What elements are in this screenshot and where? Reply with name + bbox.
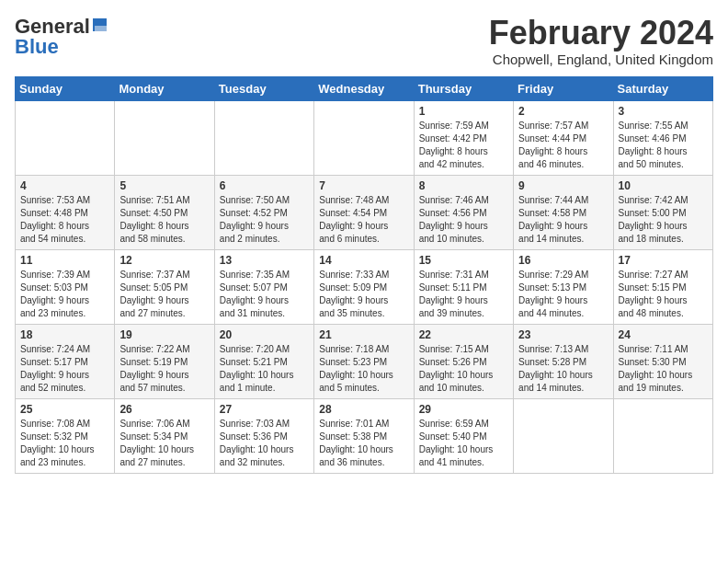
calendar-cell: 14Sunrise: 7:33 AM Sunset: 5:09 PM Dayli… [314, 249, 414, 324]
calendar-week-row: 18Sunrise: 7:24 AM Sunset: 5:17 PM Dayli… [16, 324, 713, 398]
calendar-cell: 16Sunrise: 7:29 AM Sunset: 5:13 PM Dayli… [514, 249, 613, 324]
day-number: 16 [518, 254, 608, 267]
calendar-cell: 13Sunrise: 7:35 AM Sunset: 5:07 PM Dayli… [214, 249, 313, 324]
calendar-cell: 11Sunrise: 7:39 AM Sunset: 5:03 PM Dayli… [16, 249, 115, 324]
calendar-cell [613, 398, 712, 473]
calendar-cell: 12Sunrise: 7:37 AM Sunset: 5:05 PM Dayli… [115, 249, 214, 324]
logo: General Blue [15, 15, 108, 59]
calendar-cell: 29Sunrise: 6:59 AM Sunset: 5:40 PM Dayli… [414, 398, 513, 473]
calendar-cell: 21Sunrise: 7:18 AM Sunset: 5:23 PM Dayli… [314, 324, 414, 398]
day-number: 18 [20, 328, 109, 341]
month-title: February 2024 [489, 15, 713, 52]
day-info: Sunrise: 7:37 AM Sunset: 5:05 PM Dayligh… [119, 269, 209, 320]
calendar-cell: 7Sunrise: 7:48 AM Sunset: 4:54 PM Daylig… [314, 175, 414, 249]
header-cell-saturday: Saturday [613, 76, 712, 100]
day-info: Sunrise: 7:55 AM Sunset: 4:46 PM Dayligh… [619, 120, 708, 171]
day-info: Sunrise: 7:53 AM Sunset: 4:48 PM Dayligh… [20, 194, 109, 246]
day-number: 22 [419, 328, 508, 341]
calendar-cell: 10Sunrise: 7:42 AM Sunset: 5:00 PM Dayli… [613, 175, 712, 249]
day-number: 10 [619, 179, 708, 192]
calendar-cell [314, 100, 414, 175]
day-number: 29 [419, 403, 508, 416]
day-number: 23 [518, 328, 608, 341]
calendar-body: 1Sunrise: 7:59 AM Sunset: 4:42 PM Daylig… [16, 100, 713, 473]
calendar-cell: 25Sunrise: 7:08 AM Sunset: 5:32 PM Dayli… [16, 398, 115, 473]
calendar-cell: 9Sunrise: 7:44 AM Sunset: 4:58 PM Daylig… [514, 175, 613, 249]
day-info: Sunrise: 7:20 AM Sunset: 5:21 PM Dayligh… [220, 343, 309, 395]
header-cell-wednesday: Wednesday [314, 76, 414, 100]
day-number: 20 [220, 328, 309, 341]
day-info: Sunrise: 7:39 AM Sunset: 5:03 PM Dayligh… [20, 269, 109, 320]
day-info: Sunrise: 6:59 AM Sunset: 5:40 PM Dayligh… [419, 418, 508, 469]
calendar-cell: 18Sunrise: 7:24 AM Sunset: 5:17 PM Dayli… [16, 324, 115, 398]
day-info: Sunrise: 7:44 AM Sunset: 4:58 PM Dayligh… [518, 194, 608, 246]
calendar-cell: 3Sunrise: 7:55 AM Sunset: 4:46 PM Daylig… [613, 100, 712, 175]
day-info: Sunrise: 7:27 AM Sunset: 5:15 PM Dayligh… [619, 269, 708, 320]
day-number: 5 [119, 179, 209, 192]
calendar-cell: 4Sunrise: 7:53 AM Sunset: 4:48 PM Daylig… [16, 175, 115, 249]
calendar-week-row: 4Sunrise: 7:53 AM Sunset: 4:48 PM Daylig… [16, 175, 713, 249]
calendar-cell: 2Sunrise: 7:57 AM Sunset: 4:44 PM Daylig… [514, 100, 613, 175]
svg-marker-1 [94, 26, 107, 31]
calendar-cell: 17Sunrise: 7:27 AM Sunset: 5:15 PM Dayli… [613, 249, 712, 324]
svg-marker-0 [94, 18, 107, 26]
header-cell-thursday: Thursday [414, 76, 513, 100]
day-info: Sunrise: 7:03 AM Sunset: 5:36 PM Dayligh… [220, 418, 309, 469]
day-number: 3 [619, 105, 708, 118]
calendar-cell: 6Sunrise: 7:50 AM Sunset: 4:52 PM Daylig… [214, 175, 313, 249]
day-number: 28 [319, 403, 408, 416]
day-info: Sunrise: 7:46 AM Sunset: 4:56 PM Dayligh… [419, 194, 508, 246]
header-cell-tuesday: Tuesday [214, 76, 313, 100]
calendar-week-row: 25Sunrise: 7:08 AM Sunset: 5:32 PM Dayli… [16, 398, 713, 473]
day-number: 15 [419, 254, 508, 267]
day-info: Sunrise: 7:50 AM Sunset: 4:52 PM Dayligh… [220, 194, 309, 246]
day-number: 13 [220, 254, 309, 267]
calendar-cell: 23Sunrise: 7:13 AM Sunset: 5:28 PM Dayli… [514, 324, 613, 398]
day-number: 26 [119, 403, 209, 416]
logo-flag-icon [92, 17, 108, 33]
calendar-cell [16, 100, 115, 175]
day-info: Sunrise: 7:22 AM Sunset: 5:19 PM Dayligh… [119, 343, 209, 395]
day-number: 2 [518, 105, 608, 118]
header-cell-monday: Monday [115, 76, 214, 100]
day-number: 27 [220, 403, 309, 416]
calendar-week-row: 1Sunrise: 7:59 AM Sunset: 4:42 PM Daylig… [16, 100, 713, 175]
day-info: Sunrise: 7:15 AM Sunset: 5:26 PM Dayligh… [419, 343, 508, 395]
header-cell-friday: Friday [514, 76, 613, 100]
day-info: Sunrise: 7:57 AM Sunset: 4:44 PM Dayligh… [518, 120, 608, 171]
day-info: Sunrise: 7:06 AM Sunset: 5:34 PM Dayligh… [119, 418, 209, 469]
calendar-cell [214, 100, 313, 175]
day-number: 19 [119, 328, 209, 341]
calendar-cell: 20Sunrise: 7:20 AM Sunset: 5:21 PM Dayli… [214, 324, 313, 398]
day-number: 24 [619, 328, 708, 341]
day-info: Sunrise: 7:51 AM Sunset: 4:50 PM Dayligh… [119, 194, 209, 246]
location-title: Chopwell, England, United Kingdom [489, 52, 713, 67]
day-info: Sunrise: 7:35 AM Sunset: 5:07 PM Dayligh… [220, 269, 309, 320]
header-cell-sunday: Sunday [16, 76, 115, 100]
calendar-week-row: 11Sunrise: 7:39 AM Sunset: 5:03 PM Dayli… [16, 249, 713, 324]
day-number: 7 [319, 179, 408, 192]
logo-blue-text: Blue [15, 35, 59, 59]
day-number: 4 [20, 179, 109, 192]
day-number: 1 [419, 105, 508, 118]
calendar-header-row: SundayMondayTuesdayWednesdayThursdayFrid… [16, 76, 713, 100]
day-info: Sunrise: 7:18 AM Sunset: 5:23 PM Dayligh… [319, 343, 408, 395]
day-info: Sunrise: 7:08 AM Sunset: 5:32 PM Dayligh… [20, 418, 109, 469]
calendar-cell: 28Sunrise: 7:01 AM Sunset: 5:38 PM Dayli… [314, 398, 414, 473]
day-info: Sunrise: 7:48 AM Sunset: 4:54 PM Dayligh… [319, 194, 408, 246]
day-number: 21 [319, 328, 408, 341]
calendar-cell [514, 398, 613, 473]
day-number: 25 [20, 403, 109, 416]
header: General Blue February 2024 Chopwell, Eng… [15, 15, 713, 67]
day-number: 12 [119, 254, 209, 267]
day-number: 9 [518, 179, 608, 192]
calendar-cell: 8Sunrise: 7:46 AM Sunset: 4:56 PM Daylig… [414, 175, 513, 249]
day-info: Sunrise: 7:24 AM Sunset: 5:17 PM Dayligh… [20, 343, 109, 395]
day-info: Sunrise: 7:01 AM Sunset: 5:38 PM Dayligh… [319, 418, 408, 469]
calendar-cell: 15Sunrise: 7:31 AM Sunset: 5:11 PM Dayli… [414, 249, 513, 324]
day-info: Sunrise: 7:59 AM Sunset: 4:42 PM Dayligh… [419, 120, 508, 171]
day-number: 6 [220, 179, 309, 192]
day-info: Sunrise: 7:31 AM Sunset: 5:11 PM Dayligh… [419, 269, 508, 320]
day-number: 17 [619, 254, 708, 267]
day-info: Sunrise: 7:13 AM Sunset: 5:28 PM Dayligh… [518, 343, 608, 395]
